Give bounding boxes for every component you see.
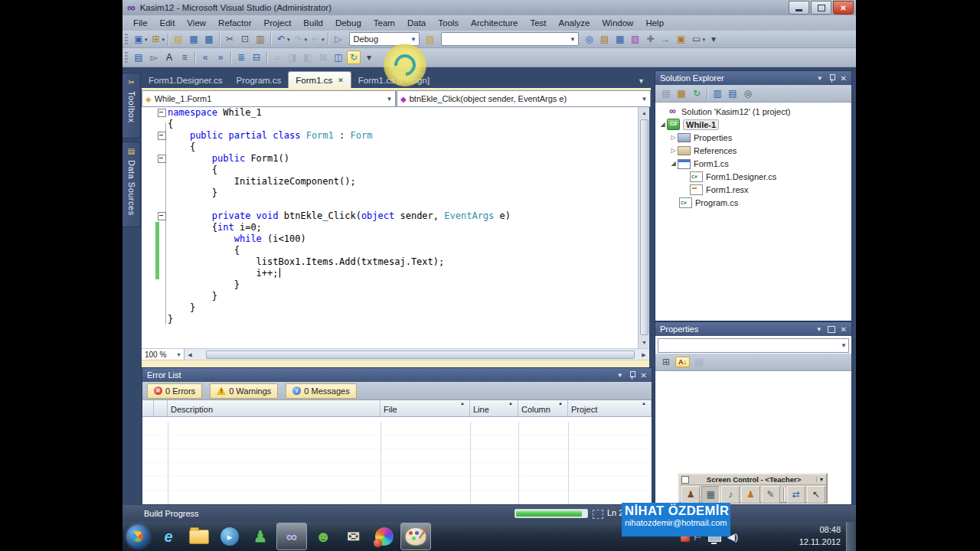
word-completion-icon[interactable]: ≡ — [178, 51, 191, 64]
column-header-file[interactable]: File▲ — [381, 400, 470, 416]
menu-refactor[interactable]: Refactor — [212, 17, 257, 29]
errors-filter-button[interactable]: ✕0 Errors — [147, 383, 202, 399]
toolbar2-overflow-icon[interactable]: ▾ — [362, 51, 376, 64]
chevron-down-icon[interactable]: ▼ — [841, 342, 847, 349]
expander-icon[interactable]: ▷ — [669, 134, 678, 141]
uncomment-icon[interactable]: ⊟ — [250, 51, 263, 64]
zoom-combo[interactable]: 100 %▼ — [142, 349, 185, 360]
chevron-down-icon[interactable]: ▾ — [703, 37, 706, 43]
float-icon[interactable] — [828, 326, 835, 333]
close-icon[interactable]: ✕ — [841, 74, 847, 83]
screen-control-header[interactable]: Screen Control - <Teacher> ▼ — [679, 474, 826, 485]
column-header-line[interactable]: Line▲ — [470, 400, 518, 416]
code-line[interactable]: { — [142, 119, 638, 130]
pin-icon[interactable] — [629, 371, 635, 380]
menu-file[interactable]: File — [127, 17, 154, 29]
close-icon[interactable]: ✕ — [641, 371, 647, 380]
code-line[interactable]: } — [142, 187, 638, 199]
increase-indent-icon[interactable]: » — [214, 51, 227, 64]
menu-window[interactable]: Window — [596, 17, 639, 29]
code-line[interactable]: public partial class Form1 : Form — [142, 130, 638, 142]
tab-program-cs[interactable]: Program.cs — [230, 72, 289, 88]
code-line[interactable]: } — [142, 279, 638, 291]
tree-program-cs[interactable]: Program.cs — [655, 196, 851, 209]
chevron-down-icon[interactable]: ▼ — [176, 352, 184, 357]
scroll-down-icon[interactable]: ▼ — [639, 337, 650, 348]
column-header-project[interactable]: Project▲ — [568, 400, 652, 416]
property-pages-icon[interactable]: ▤ — [692, 355, 706, 369]
toolbar-overflow-icon[interactable]: ▾ — [707, 32, 720, 46]
tab-form1-designer-cs[interactable]: Form1.Designer.cs — [142, 72, 230, 88]
messenger-icon[interactable]: ☻ — [309, 523, 338, 549]
quick-info-icon[interactable]: A — [162, 51, 176, 64]
members-combo[interactable]: ◆ btnEkle_Click(object sender, EventArgs… — [397, 90, 651, 107]
collapse-icon[interactable] — [158, 109, 166, 117]
menu-project[interactable]: Project — [258, 17, 298, 29]
windows-explorer-icon[interactable] — [185, 523, 214, 549]
view-class-diagram-icon[interactable]: ◎ — [741, 86, 755, 100]
refresh-icon[interactable]: ↻ — [690, 86, 704, 100]
feedback-icon[interactable]: ▤ — [598, 32, 612, 46]
code-line[interactable]: while (i<100) — [142, 233, 638, 245]
code-line[interactable]: i++; — [142, 268, 638, 279]
remote-desktop-icon[interactable]: ♟ — [246, 523, 275, 549]
view-code-icon[interactable]: ▥ — [710, 86, 724, 100]
command-window-icon[interactable]: ▭ — [690, 32, 704, 46]
tab-form1-cs[interactable]: Form1.cs✕ — [288, 71, 351, 88]
object-selector-combo[interactable]: ▼ — [658, 338, 849, 353]
redo-icon[interactable]: ↷ — [292, 32, 305, 46]
minimize-button[interactable] — [789, 1, 809, 15]
side-tab-data-sources[interactable]: ▤ Data Sources — [122, 142, 141, 227]
menu-test[interactable]: Test — [524, 17, 552, 29]
close-button[interactable]: ✕ — [833, 1, 854, 15]
menu-analyze[interactable]: Analyze — [553, 17, 596, 29]
extension-icon[interactable]: ▧ — [629, 32, 642, 46]
file-transfer-icon[interactable]: ⇄ — [787, 486, 805, 504]
window-menu-icon[interactable]: ▼ — [817, 75, 823, 82]
media-center-icon[interactable] — [370, 523, 399, 549]
code-line[interactable]: namespace While_1 — [142, 107, 638, 119]
remote-mouse-icon[interactable]: ↖ — [807, 486, 825, 504]
undo-icon[interactable]: ↶ — [274, 32, 288, 46]
toggle-bookmark-icon[interactable]: ▱ — [270, 51, 284, 64]
menu-help[interactable]: Help — [639, 17, 670, 29]
code-line[interactable]: { — [142, 165, 638, 176]
show-all-files-icon[interactable]: ▦ — [675, 86, 688, 100]
paste-icon[interactable]: ▥ — [253, 32, 267, 46]
expander-icon[interactable]: ◢ — [669, 160, 678, 167]
chevron-down-icon[interactable]: ▾ — [162, 37, 165, 43]
chevron-down-icon[interactable]: ▾ — [145, 37, 148, 43]
types-combo[interactable]: ◈ While_1.Form1 ▼ — [142, 90, 396, 107]
call-hierarchy-icon[interactable]: ↻ — [347, 51, 361, 64]
expander-icon[interactable]: ◢ — [658, 121, 667, 128]
column-header-blank[interactable] — [142, 400, 154, 416]
chevron-down-icon[interactable]: ▼ — [816, 477, 826, 482]
side-tab-toolbox[interactable]: ✂ Toolbox — [122, 73, 141, 139]
comment-icon[interactable]: ≣ — [234, 51, 248, 64]
next-bookmark-icon[interactable]: ◧ — [301, 51, 315, 64]
voice-icon[interactable]: ♪ — [721, 486, 740, 504]
screen-control-menu-icon[interactable] — [681, 476, 689, 484]
code-line[interactable]: private void btnEkle_Click(object sender… — [142, 210, 638, 222]
find-in-files-icon[interactable]: ◎ — [583, 32, 596, 46]
new-project-icon[interactable]: ▣ — [132, 32, 145, 46]
teacher-icon[interactable]: ♟ — [681, 486, 700, 504]
warnings-filter-button[interactable]: 0 Warnings — [210, 383, 278, 399]
add-item-icon[interactable]: ⊞ — [149, 32, 163, 46]
student-icon[interactable]: ♟ — [741, 486, 760, 504]
menu-data[interactable]: Data — [401, 17, 432, 29]
menu-build[interactable]: Build — [297, 17, 329, 29]
copy-icon[interactable]: ⊡ — [238, 32, 252, 46]
scrollbar-thumb[interactable] — [640, 119, 648, 335]
toolbar-grip[interactable] — [125, 52, 128, 64]
pen-icon[interactable]: ✎ — [762, 486, 780, 504]
run-to-icon[interactable]: → — [659, 32, 673, 46]
column-header-description[interactable]: Description — [168, 400, 381, 416]
horizontal-scrollbar[interactable]: ◀ ▶ — [185, 349, 649, 360]
menu-debug[interactable]: Debug — [329, 17, 368, 29]
tree-references[interactable]: ▷References — [655, 144, 851, 157]
pin-icon[interactable] — [828, 74, 835, 83]
error-list-body[interactable] — [142, 422, 652, 504]
cut-icon[interactable]: ✂ — [223, 32, 237, 46]
alphabetical-sort-icon[interactable]: A↓ — [675, 357, 690, 367]
